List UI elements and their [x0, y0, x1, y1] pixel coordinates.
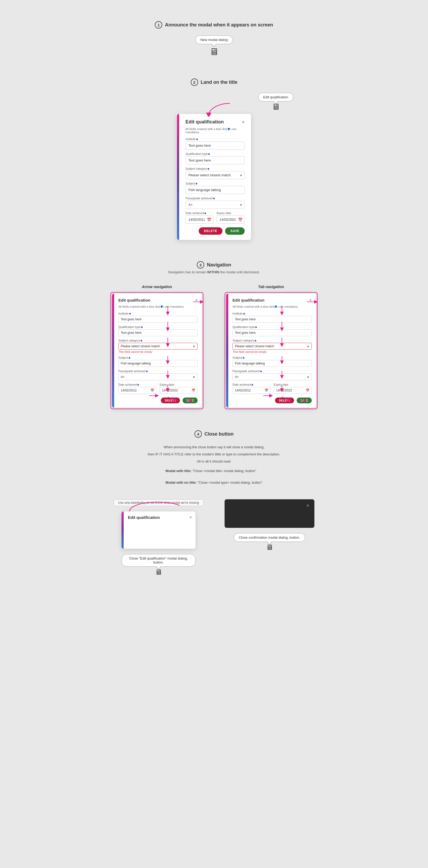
pass-grade-group-3b: Pass/grade achieved A+	[232, 370, 312, 380]
modal-left-bar-3a	[112, 293, 114, 408]
subject-cat-error-3a: This field cannot be empty	[118, 350, 198, 353]
modal-footer-3b: DELETE SAVE	[232, 398, 312, 403]
section-3-subtitle: Navigation has to remain WITHIN the moda…	[168, 270, 260, 274]
modal-content-2: Edit qualification × All fields marked w…	[177, 114, 251, 240]
subject-cat-select-2[interactable]: Please select closest match	[186, 171, 245, 179]
section-1-circle: 1	[155, 21, 162, 29]
date-row-3a: Date achieved 📅 Expiry date	[118, 383, 198, 394]
modal-subtitle-3b: All fields marked with a blue dot() are …	[232, 305, 312, 308]
subject-label-3a: Subject	[118, 356, 198, 359]
modal-close-button-4b[interactable]: ×	[307, 503, 309, 508]
modal-close-button-3b[interactable]: ×	[309, 298, 312, 302]
institute-input-2[interactable]	[186, 142, 245, 150]
save-button-3a[interactable]: SAVE	[183, 398, 198, 403]
close-demo-modal-dark: ×	[225, 499, 315, 528]
section-4-circle: 4	[194, 430, 202, 438]
modal-title-3a: Edit qualification	[118, 298, 150, 302]
subject-input-3a[interactable]	[118, 360, 198, 367]
delete-button-3a[interactable]: DELETE	[161, 398, 180, 403]
modal-close-button-3a[interactable]: ×	[195, 298, 198, 302]
modal-left-bar-3b	[226, 293, 228, 408]
subject-input-3b[interactable]	[232, 360, 312, 367]
modal-footer-3a: DELETE SAVE	[118, 398, 198, 403]
modal-close-button-2[interactable]: ×	[242, 120, 245, 124]
save-button-3b[interactable]: SAVE	[297, 398, 312, 403]
close-demo-light-inner: Edit qualification ×	[122, 512, 196, 549]
section-4: 4 Close button When announcing the close…	[0, 425, 428, 592]
pass-grade-select-3b[interactable]: A+	[232, 373, 312, 380]
qual-type-input-3b[interactable]	[232, 329, 312, 336]
section-3-title-row: 3 Navigation	[197, 261, 231, 269]
modal-title-4a: Edit qualification	[128, 515, 160, 520]
red-arrow-svg-2	[203, 101, 235, 117]
section-1-content: New modal dialog 🖥	[195, 35, 232, 57]
subject-group-2: Subject	[186, 182, 245, 194]
pass-grade-select-wrapper-3a: A+	[118, 373, 198, 380]
pass-grade-select-3a[interactable]: A+	[118, 373, 198, 380]
expiry-date-input-wrapper-2: 📅	[217, 215, 245, 224]
save-button-2[interactable]: SAVE	[225, 227, 245, 235]
subject-cat-label-3b: Subject category	[232, 339, 312, 342]
date-achieved-input-3a[interactable]	[118, 387, 156, 394]
section-1: 1 Announce the modal when it appears on …	[0, 10, 428, 73]
section-1-bubble: New modal dialog	[195, 35, 232, 44]
section-4-title-row: 4 Close button	[194, 430, 234, 438]
date-row-3b: Date achieved 📅 Expiry date	[232, 383, 312, 394]
expiry-date-label-3a: Expiry date	[160, 383, 198, 386]
institute-group-2: Institute	[186, 137, 245, 150]
institute-input-3b[interactable]	[232, 316, 312, 323]
section-4-header: 4 Close button	[194, 430, 234, 439]
qual-type-group-2: Qualification type	[186, 152, 245, 164]
section-2-layout: Edit qualification 🖥	[135, 93, 293, 240]
dark-modal-spacer	[230, 508, 309, 524]
section-3-header: 3 Navigation Navigation has to remain WI…	[168, 261, 260, 274]
pass-grade-label-3a: Pass/grade achieved	[118, 370, 198, 373]
date-achieved-group-3b: Date achieved 📅	[232, 383, 270, 394]
date-row-2: Date achieved 📅 Expiry date	[186, 212, 245, 224]
delete-button-2[interactable]: DELETE	[199, 227, 223, 235]
section-3-title: Navigation	[207, 262, 231, 268]
pass-grade-label-2: Pass/grade achieved	[186, 197, 245, 200]
modal-title-3b: Edit qualification	[232, 298, 264, 302]
subject-cat-group-3b: Subject category Please select closest m…	[232, 339, 312, 353]
modal-content-4a: Edit qualification ×	[122, 512, 196, 549]
modal-content-3b: Edit qualification × All fields marked w…	[226, 293, 316, 408]
subject-cat-select-3a[interactable]: Please select closest match	[118, 343, 198, 350]
tab-nav-demo: Tab navigation	[225, 285, 318, 409]
expiry-date-input-3b[interactable]	[274, 387, 312, 394]
section-4-rules-block: Modal with title: "Close <modal title> m…	[166, 468, 263, 491]
modal-subtitle-3a: All fields marked with a blue dot() are …	[118, 305, 198, 308]
section-4-desc2: then IF IT HAS A TITLE refer to the moda…	[148, 452, 280, 457]
subject-cat-select-wrapper-3a: Please select closest match	[118, 343, 198, 350]
modal-title-2: Edit qualification	[186, 119, 224, 125]
tab-nav-modal: Edit qualification × All fields marked w…	[226, 293, 316, 408]
date-achieved-input-3b[interactable]	[232, 387, 270, 394]
subject-cat-label-2: Subject category	[186, 167, 245, 170]
modal-left-bar-2	[177, 114, 179, 240]
close-bubble-dark: Close confirmation modal dialog, button.	[234, 533, 305, 542]
modal-close-button-4a[interactable]: ×	[190, 516, 192, 520]
qual-type-label-2: Qualification type	[186, 152, 245, 155]
delete-button-3b[interactable]: DELETE	[275, 398, 294, 403]
date-achieved-label-2: Date achieved	[186, 212, 213, 215]
section-3: 3 Navigation Navigation has to remain WI…	[0, 256, 428, 425]
modal-left-bar-4a	[122, 512, 124, 549]
expiry-date-group-3b: Expiry date 📅	[274, 383, 312, 394]
expiry-date-input-3a[interactable]	[160, 387, 198, 394]
aria-use-note: Use aria-labelledby so we know what moda…	[113, 499, 203, 506]
expiry-date-input-2[interactable]	[217, 215, 245, 224]
date-achieved-input-wrapper-3b: 📅	[232, 387, 270, 394]
institute-input-3a[interactable]	[118, 316, 198, 323]
pass-grade-group-2: Pass/grade achieved A+	[186, 197, 245, 209]
qual-type-input-2[interactable]	[186, 156, 245, 164]
date-achieved-input-2[interactable]	[186, 215, 213, 224]
qual-type-input-3a[interactable]	[118, 329, 198, 336]
institute-label-3a: Institute	[118, 312, 198, 315]
section-2-bubble: Edit qualification	[258, 93, 293, 101]
expiry-date-group-2: Expiry date 📅	[217, 212, 245, 224]
pass-grade-select-2[interactable]: A+	[186, 200, 245, 209]
institute-group-3a: Institute	[118, 312, 198, 323]
subject-cat-select-wrapper-2: Please select closest match	[186, 171, 245, 179]
subject-input-2[interactable]	[186, 186, 245, 194]
subject-cat-select-3b[interactable]: Please select closest match	[232, 343, 312, 350]
